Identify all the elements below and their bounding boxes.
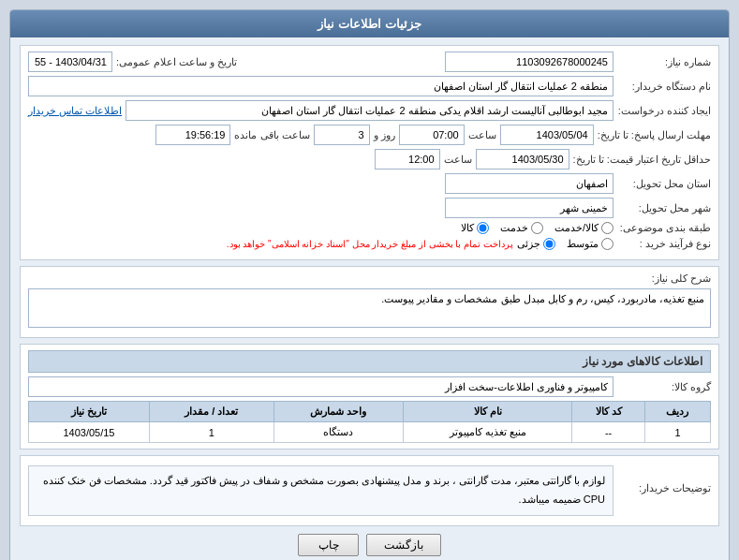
creator-input[interactable] [126, 100, 613, 121]
creator-row: ایجاد کننده درخواست: اطلاعات تماس خریدار [28, 100, 711, 121]
reply-days-input[interactable] [314, 125, 370, 145]
category-option-1[interactable]: کالا/خدمت [554, 222, 613, 234]
table-cell-code: -- [572, 422, 645, 443]
buyer-notes-section: توضیحات خریدار: لوازم با گارانتی معتبر، … [20, 455, 719, 526]
goods-section-title: اطلاعات کالاهای مورد نیاز [28, 350, 711, 373]
purchase-type-row: نوع فرآیند خرید : متوسط جزئی پرداخت تمام… [28, 238, 711, 250]
content-area: شماره نیاز: تاریخ و ساعت اعلام عمومی: نا… [10, 37, 729, 560]
goods-group-row: گروه کالا: [28, 376, 711, 397]
goods-group-input[interactable] [28, 376, 613, 397]
need-number-label: شماره نیاز: [617, 56, 711, 68]
buyer-notes-content: لوازم با گارانتی معتبر، مدت گارانتی ، بر… [28, 465, 613, 516]
back-button[interactable]: بازگشت [366, 534, 441, 556]
buyer-org-input[interactable] [28, 76, 613, 96]
goods-table: ردیف کد کالا نام کالا واحد شمارش تعداد /… [28, 401, 711, 443]
col-row: ردیف [644, 402, 710, 422]
goods-section: اطلاعات کالاهای مورد نیاز گروه کالا: ردی… [20, 344, 719, 449]
date-time-label: تاریخ و ساعت اعلام عمومی: [116, 56, 237, 68]
category-option-3[interactable]: کالا [461, 222, 489, 234]
col-quantity: تعداد / مقدار [149, 402, 273, 422]
top-form-section: شماره نیاز: تاریخ و ساعت اعلام عمومی: نا… [20, 45, 719, 260]
description-textarea[interactable] [28, 288, 711, 328]
purchase-type-option-1[interactable]: جزئی [517, 238, 555, 250]
col-name: نام کالا [404, 402, 572, 422]
page-header: جزئیات اطلاعات نیاز [10, 10, 729, 37]
buyer-org-label: نام دستگاه خریدار: [617, 81, 711, 93]
description-row: شرح کلی نیاز: [28, 273, 711, 328]
reply-remaining-label: ساعت باقی مانده [234, 129, 309, 141]
creator-label: ایجاد کننده درخواست: [617, 105, 711, 117]
main-container: جزئیات اطلاعات نیاز شماره نیاز: تاریخ و … [9, 9, 730, 560]
category-radio-group: کالا/خدمت خدمت کالا [461, 222, 613, 234]
province-label: استان محل تحویل: [617, 178, 711, 190]
category-label: طبقه بندی موضوعی: [617, 222, 711, 234]
category-row: طبقه بندی موضوعی: کالا/خدمت خدمت کالا [28, 222, 711, 234]
province-input[interactable] [445, 173, 613, 194]
contact-link[interactable]: اطلاعات تماس خریدار [28, 105, 122, 117]
reply-days-label: روز و [374, 129, 395, 141]
col-code: کد کالا [572, 402, 645, 422]
reply-time-input[interactable] [399, 125, 465, 145]
buyer-notes-label: توضیحات خریدار: [617, 482, 711, 494]
print-button[interactable]: چاپ [298, 534, 359, 556]
buyer-org-row: نام دستگاه خریدار: [28, 76, 711, 96]
purchase-type-label: نوع فرآیند خرید : [617, 238, 711, 250]
province-row: استان محل تحویل: [28, 173, 711, 194]
table-cell-date: 1403/05/15 [29, 422, 150, 443]
price-validity-time-label: ساعت [444, 154, 472, 166]
buyer-notes-text: لوازم با گارانتی معتبر، مدت گارانتی ، بر… [43, 475, 605, 505]
reply-time-label: ساعت [468, 129, 496, 141]
description-section: شرح کلی نیاز: [20, 266, 719, 338]
city-row: شهر محل تحویل: [28, 198, 711, 218]
reply-label: مهلت ارسال پاسخ: تا تاریخ: [598, 129, 711, 141]
table-cell-name: منبع تغذیه کامپیوتر [404, 422, 572, 443]
city-label: شهر محل تحویل: [617, 202, 711, 214]
reply-date-input[interactable] [500, 125, 594, 145]
table-cell-quantity: 1 [149, 422, 273, 443]
col-unit: واحد شمارش [273, 402, 403, 422]
category-option-2[interactable]: خدمت [500, 222, 543, 234]
purchase-type-option-2[interactable]: متوسط [567, 238, 613, 250]
need-number-input[interactable] [445, 52, 613, 72]
reply-remaining-input[interactable] [155, 125, 230, 145]
buyer-notes-row: توضیحات خریدار: لوازم با گارانتی معتبر، … [28, 462, 711, 516]
table-cell-row: 1 [644, 422, 710, 443]
col-date: تاریخ نیاز [29, 402, 150, 422]
date-time-input[interactable] [28, 52, 112, 72]
price-validity-date-input[interactable] [476, 149, 569, 169]
price-validity-label: حداقل تاریخ اعتبار قیمت: تا تاریخ: [573, 154, 711, 166]
table-row: 1--منبع تغذیه کامپیوتردستگاه11403/05/15 [29, 422, 711, 443]
reply-row: مهلت ارسال پاسخ: تا تاریخ: ساعت روز و سا… [28, 125, 711, 145]
city-input[interactable] [445, 198, 613, 218]
purchase-notice: پرداخت تمام با بخشی از مبلغ خریدار محل "… [227, 239, 513, 249]
need-number-row: شماره نیاز: تاریخ و ساعت اعلام عمومی: [28, 52, 711, 72]
page-title: جزئیات اطلاعات نیاز [318, 17, 421, 31]
table-cell-unit: دستگاه [273, 422, 403, 443]
description-label: شرح کلی نیاز: [617, 273, 711, 285]
goods-group-label: گروه کالا: [617, 381, 711, 393]
price-validity-row: حداقل تاریخ اعتبار قیمت: تا تاریخ: ساعت [28, 149, 711, 169]
buttons-row: بازگشت چاپ [20, 534, 719, 560]
purchase-type-radio-group: متوسط جزئی [517, 238, 613, 250]
price-validity-time-input[interactable] [375, 149, 440, 169]
